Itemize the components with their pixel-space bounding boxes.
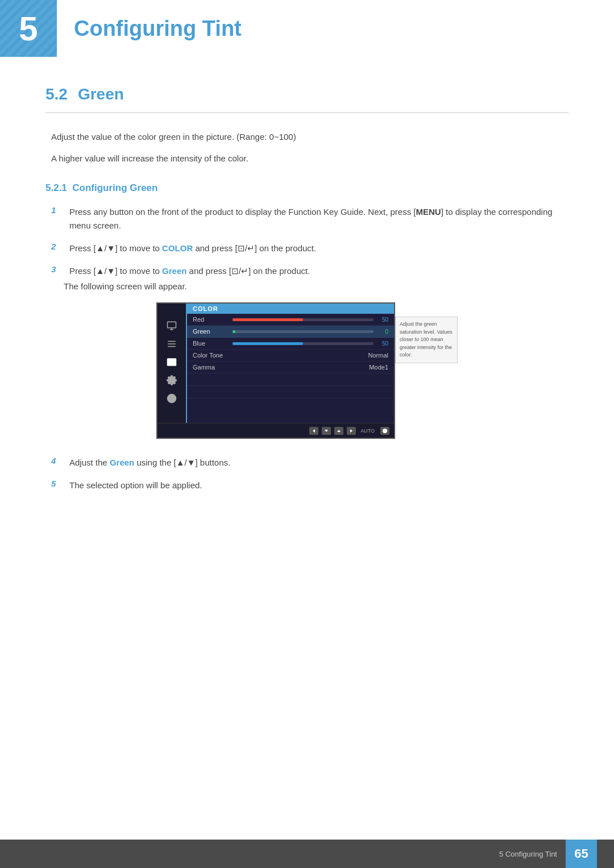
osd-label-red: Red [193,316,233,323]
step-2: 2 Press [▲/▼] to move to COLOR and press… [51,242,569,255]
osd-nav-power [380,427,389,435]
osd-track-green [233,330,374,333]
step-3: 3 Press [▲/▼] to move to Green and press… [51,264,569,278]
svg-point-7 [169,360,171,362]
step-text-4: Adjust the Green using the [▲/▼] buttons… [69,456,569,470]
osd-bar-blue: 50 [233,340,388,347]
osd-label-green: Green [193,328,233,335]
footer-page-number: 65 [574,846,588,861]
osd-value-colortone: Normal [368,352,388,359]
step-number-4: 4 [51,456,61,466]
osd-fill-green [233,330,235,333]
svg-marker-14 [337,430,341,432]
step-5: 5 The selected option will be applied. [51,479,569,492]
osd-panel-header: COLOR [187,304,394,314]
step-4: 4 Adjust the Green using the [▲/▼] butto… [51,456,569,470]
color-highlight-3: Green [162,266,186,276]
osd-icon-info [165,393,178,404]
step-number-5: 5 [51,479,61,488]
section-heading: 5.2 Green [45,85,569,113]
monitor-screen: COLOR Red 50 [156,302,395,439]
subsection-heading: 5.2.1 Configuring Green [45,182,569,194]
osd-icon-lines [165,339,178,349]
step-number-2: 2 [51,242,61,251]
osd-row-gamma: Gamma Mode1 [187,362,394,373]
step-number-3: 3 [51,264,61,274]
osd-fill-blue [233,342,303,345]
chapter-title-area: Configuring Tint [57,0,614,57]
osd-icon-monitor [165,321,178,331]
osd-tooltip: Adjust the green saturation level. Value… [395,317,458,363]
step-text-2: Press [▲/▼] to move to COLOR and press [… [69,242,569,255]
footer-page-badge: 65 [566,840,597,868]
osd-row-green: Green 0 [187,326,394,338]
body-paragraph-1: Adjust the value of the color green in t… [51,130,569,144]
step-1: 1 Press any button on the front of the p… [51,205,569,232]
step-3-subnote: The following screen will appear. [64,281,569,291]
osd-row-empty-1 [187,373,394,386]
osd-value-blue: 50 [377,340,388,347]
section-title: Green [78,85,124,103]
osd-value-red: 50 [377,317,388,323]
osd-label-blue: Blue [193,340,233,347]
step-text-3: Press [▲/▼] to move to Green and press [… [69,264,569,278]
osd-fill-red [233,318,303,321]
osd-track-blue [233,342,374,345]
svg-rect-0 [168,322,176,328]
osd-nav-right [347,427,356,435]
osd-nav-auto-label: AUTO [360,428,375,434]
osd-bar-green: 0 [233,329,388,335]
monitor-container: COLOR Red 50 [45,302,569,439]
steps-list-2: 4 Adjust the Green using the [▲/▼] butto… [51,456,569,492]
osd-panel: COLOR Red 50 [186,304,394,423]
osd-row-colortone: Color Tone Normal [187,350,394,362]
subsection-title: Configuring Green [72,182,157,193]
osd-nav-up [334,427,343,435]
main-content: 5.2 Green Adjust the value of the color … [0,57,614,558]
osd-label-gamma: Gamma [193,364,233,371]
osd-nav-down [322,427,331,435]
step-text-5: The selected option will be applied. [69,479,569,492]
chapter-number-block: 5 [0,0,57,57]
chapter-number: 5 [19,9,38,48]
osd-icon-picture [165,357,178,367]
osd-bottom-nav: AUTO [157,423,394,438]
svg-marker-12 [313,429,315,433]
svg-rect-6 [168,359,176,366]
osd-label-colortone: Color Tone [193,352,233,359]
menu-key: MENU [416,207,441,217]
footer-text: 5 Configuring Tint [499,850,557,858]
body-paragraph-2: A higher value will increase the intensi… [51,152,569,165]
subsection-number: 5.2.1 [45,182,67,193]
svg-marker-15 [350,429,352,433]
color-highlight-2: COLOR [162,243,193,253]
osd-nav-left [309,427,318,435]
osd-icon-gear [165,375,178,385]
chapter-title: Configuring Tint [74,16,242,41]
step-text-1: Press any button on the front of the pro… [69,205,569,232]
section-number: 5.2 [45,85,68,103]
step-number-1: 1 [51,205,61,215]
osd-row-empty-2 [187,386,394,398]
osd-row-blue: Blue 50 [187,338,394,350]
steps-list: 1 Press any button on the front of the p… [51,205,569,278]
osd-value-gamma: Mode1 [369,364,388,371]
osd-row-red: Red 50 [187,314,394,326]
page-footer: 5 Configuring Tint 65 [0,840,614,868]
osd-value-green: 0 [377,329,388,335]
color-highlight-4: Green [110,458,134,467]
osd-menu: COLOR Red 50 [157,304,394,423]
osd-icons [157,304,186,423]
osd-track-red [233,318,374,321]
header-banner: 5 Configuring Tint [0,0,614,57]
svg-marker-13 [325,430,328,432]
osd-bar-red: 50 [233,317,388,323]
